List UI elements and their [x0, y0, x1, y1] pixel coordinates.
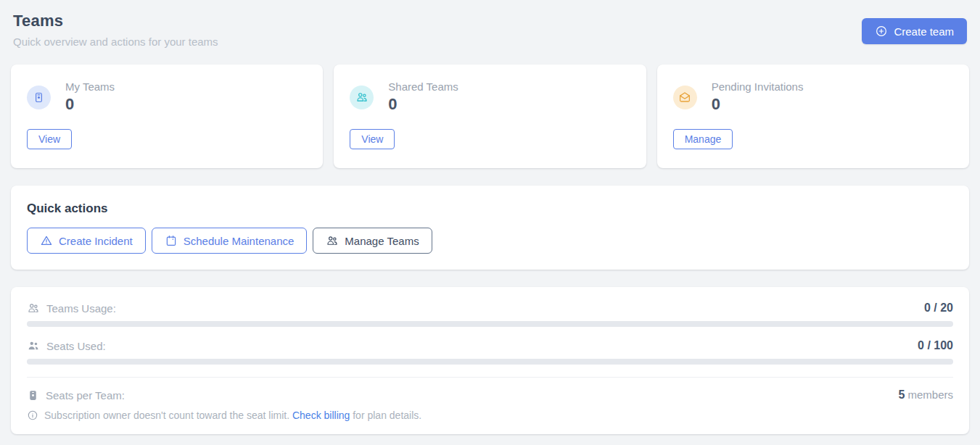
users-outline-icon — [27, 301, 40, 315]
view-my-teams-button[interactable]: View — [27, 129, 72, 149]
warning-icon — [40, 234, 53, 247]
seats-used-label: Seats Used: — [46, 340, 106, 352]
page-header: Teams Quick overview and actions for you… — [11, 10, 969, 48]
calendar-icon — [165, 234, 178, 247]
page-subtitle: Quick overview and actions for your team… — [13, 36, 218, 48]
stat-label: Pending Invitations — [712, 80, 804, 93]
seats-per-team-row: Seats per Team: 5 members — [27, 388, 953, 402]
seats-used-progressbar — [27, 359, 953, 365]
note-text: Subscription owner doesn't count toward … — [44, 409, 421, 421]
stat-cards-row: My Teams 0 View Shared Teams 0 View — [11, 65, 969, 168]
seats-per-team-unit: members — [905, 388, 953, 401]
seats-per-team-label: Seats per Team: — [46, 389, 125, 402]
stat-label: Shared Teams — [388, 80, 458, 93]
teams-usage-row: Teams Usage: 0 / 20 — [27, 301, 953, 315]
note-text-suffix: for plan details. — [350, 409, 421, 421]
seats-per-team-number: 5 — [898, 388, 905, 401]
stat-value: 0 — [65, 95, 115, 114]
page-header-text: Teams Quick overview and actions for you… — [13, 12, 218, 48]
create-team-label: Create team — [894, 25, 954, 38]
quick-actions-panel: Quick actions Create Incident Schedule M… — [11, 186, 969, 270]
users-icon — [350, 86, 374, 109]
id-badge-icon — [27, 86, 51, 109]
seat-limit-note: Subscription owner doesn't count toward … — [27, 409, 953, 421]
teams-usage-progressbar — [27, 321, 953, 327]
view-shared-teams-button[interactable]: View — [350, 129, 395, 149]
teams-usage-label: Teams Usage: — [46, 302, 116, 315]
id-badge-icon — [27, 389, 39, 402]
plus-circle-icon — [875, 25, 888, 38]
mail-open-icon — [673, 86, 697, 109]
create-team-button[interactable]: Create team — [862, 18, 967, 44]
users-filled-icon — [27, 339, 40, 352]
stat-card-shared-teams: Shared Teams 0 View — [334, 65, 646, 168]
usage-panel: Teams Usage: 0 / 20 Seats Used: 0 / 100 — [11, 287, 969, 434]
manage-teams-button[interactable]: Manage Teams — [313, 228, 432, 254]
schedule-maintenance-button[interactable]: Schedule Maintenance — [152, 228, 308, 254]
note-text-main: Subscription owner doesn't count toward … — [44, 409, 292, 421]
page-title: Teams — [13, 12, 218, 30]
check-billing-link[interactable]: Check billing — [292, 409, 350, 421]
create-incident-label: Create Incident — [59, 235, 133, 247]
stat-value: 0 — [712, 95, 804, 114]
info-icon — [27, 409, 38, 421]
usage-divider — [27, 377, 953, 378]
stat-card-my-teams: My Teams 0 View — [11, 65, 323, 168]
manage-invitations-button[interactable]: Manage — [673, 129, 733, 149]
users-icon — [326, 234, 339, 247]
teams-usage-value: 0 / 20 — [924, 301, 953, 315]
manage-teams-label: Manage Teams — [345, 235, 419, 247]
stat-card-pending-invitations: Pending Invitations 0 Manage — [657, 65, 969, 168]
schedule-maintenance-label: Schedule Maintenance — [184, 235, 295, 247]
stat-value: 0 — [388, 95, 458, 114]
create-incident-button[interactable]: Create Incident — [27, 228, 146, 254]
quick-actions-title: Quick actions — [27, 201, 953, 216]
stat-label: My Teams — [65, 80, 115, 93]
seats-used-value: 0 / 100 — [918, 339, 953, 352]
seats-used-row: Seats Used: 0 / 100 — [27, 339, 953, 352]
seats-per-team-value: 5 members — [898, 388, 953, 402]
